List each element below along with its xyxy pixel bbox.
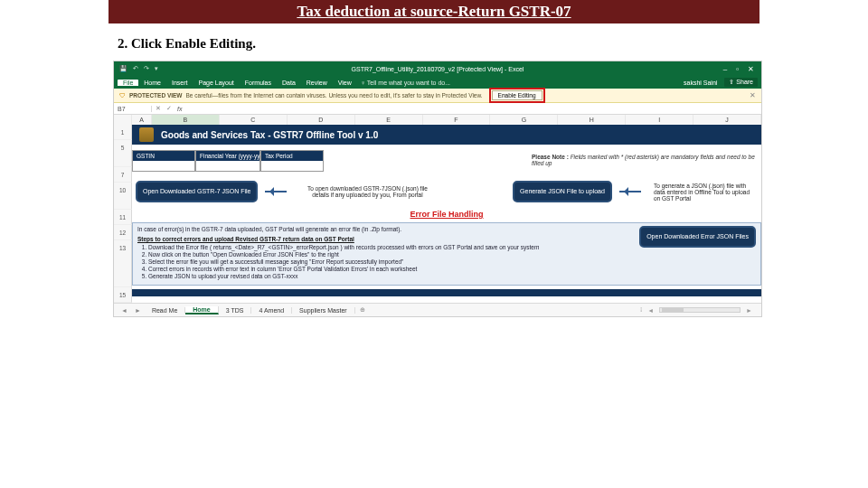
ribbon-tab-insert[interactable]: Insert [166,80,193,86]
col-g[interactable]: G [490,115,558,125]
ribbon-tab-formulas[interactable]: Formulas [240,80,277,86]
sheet-nav-next-icon[interactable]: ► [131,307,145,314]
sheet-tab-home[interactable]: Home [185,306,218,314]
protected-label: PROTECTED VIEW [129,92,183,99]
scroll-sep-icon: ⁞ [640,306,642,314]
steps-list: Download the Error file ( returns_<Date>… [148,244,634,279]
step-2: Now click on the button "Open Downloaded… [148,251,634,258]
slide-title: Tax deduction at source-Return GSTR-07 [108,0,760,23]
horizontal-scrollbar[interactable] [659,307,741,313]
col-d[interactable]: D [288,115,355,125]
fx-icon[interactable]: fx [177,106,182,112]
ribbon-tab-review[interactable]: Review [301,80,333,86]
ribbon-tab-view[interactable]: View [333,80,357,86]
instruction-text: 2. Click Enable Editing. [118,36,868,52]
user-name: sakshi Saini [684,80,717,86]
sheet-tab-3tds[interactable]: 3 TDS [219,307,252,314]
ribbon-tab-data[interactable]: Data [277,80,301,86]
sheet-content: Goods and Services Tax - GSTR7 Offline T… [132,125,761,303]
footer-stripe [132,289,761,296]
ribbon-tab-file[interactable]: File [118,80,138,86]
sheet-nav-prev-icon[interactable]: ◄ [118,307,131,314]
tool-title: Goods and Services Tax - GSTR7 Offline T… [161,130,378,140]
protected-close-icon[interactable]: ✕ [750,91,756,99]
excel-window: 💾 ↶ ↷ ▾ GSTR7_Offline_Utility_20180709_v… [113,61,762,317]
col-h[interactable]: H [558,115,626,125]
scroll-right-icon[interactable]: ► [746,307,752,314]
tool-banner: Goods and Services Tax - GSTR7 Offline T… [132,125,761,145]
tell-me-search[interactable]: ♀ Tell me what you want to do... [361,80,450,86]
col-b[interactable]: B [152,115,220,125]
enter-icon[interactable]: ✓ [166,105,172,112]
qat-redo-icon[interactable]: ↷ [144,65,149,72]
open-error-json-button[interactable]: Open Downloaded Error JSON Files [639,226,756,248]
gstin-field[interactable]: GSTIN [132,150,195,172]
tax-period-field[interactable]: Tax Period [260,150,324,172]
row-12[interactable]: 12 [114,225,132,240]
qat-more-icon[interactable]: ▾ [155,65,158,72]
window-close-icon[interactable]: ✕ [748,65,754,73]
excel-titlebar: 💾 ↶ ↷ ▾ GSTR7_Offline_Utility_20180709_v… [114,61,761,76]
fy-label: Financial Year (yyyy-yy) [196,151,259,161]
step-3: Select the error file you will get a suc… [148,258,634,265]
error-panel: In case of error(s) in the GSTR-7 data u… [132,222,761,286]
emblem-icon [139,127,154,142]
row-11[interactable]: 11 [114,210,132,225]
cancel-icon[interactable]: ✕ [156,105,161,112]
qat-undo-icon[interactable]: ↶ [133,65,138,72]
protected-view-bar: 🛡 PROTECTED VIEW Be careful—files from t… [114,89,761,103]
add-sheet-icon[interactable]: ⊕ [355,306,370,314]
col-j[interactable]: J [693,115,761,125]
column-headers: A B C D E F G H I J [114,115,761,125]
window-title: GSTR7_Offline_Utility_20180709_v2 [Prote… [114,66,761,72]
enable-editing-button[interactable]: Enable Editing [492,90,542,100]
open-json-button[interactable]: Open Downloaded GSTR-7 JSON File [136,181,258,202]
arrow-left2-icon [619,188,646,195]
select-all-cell[interactable] [114,115,132,125]
step-4: Correct errors in records with error tex… [148,266,634,272]
row-13[interactable]: 13 [114,240,132,287]
generate-json-button[interactable]: Generate JSON File to upload [513,181,612,202]
step-1: Download the Error file ( returns_<Date>… [148,244,634,250]
error-intro: In case of error(s) in the GSTR-7 data u… [137,226,634,232]
col-f[interactable]: F [423,115,491,125]
formula-bar: B7 ✕ ✓ fx [114,103,761,115]
row-15[interactable]: 15 [114,287,132,303]
ribbon-tabs: File Home Insert Page Layout Formulas Da… [114,76,761,89]
row-5[interactable]: 5 [114,140,132,167]
ribbon-tab-home[interactable]: Home [138,80,166,86]
ribbon-tab-pagelayout[interactable]: Page Layout [193,80,239,86]
col-i[interactable]: I [626,115,693,125]
sheet-tab-suppliers[interactable]: Suppliers Master [292,307,355,314]
row-10[interactable]: 10 [114,183,132,210]
protected-message: Be careful—files from the Internet can c… [186,92,483,99]
sheet-tab-readme[interactable]: Read Me [145,307,185,314]
gstin-label: GSTIN [133,151,194,161]
shield-icon: 🛡 [119,92,126,99]
scroll-left-icon[interactable]: ◄ [647,307,654,314]
sheet-tab-bar: ◄ ► Read Me Home 3 TDS 4 Amend Suppliers… [114,303,761,316]
generate-json-description: To generate a JSON (.json) file with dat… [654,183,758,202]
col-a[interactable]: A [132,115,152,125]
share-button[interactable]: ⇪ Share [724,78,758,87]
mandatory-note: Please Note : Fields marked with * (red … [526,150,761,172]
qat-save-icon[interactable]: 💾 [119,65,127,72]
row-1[interactable]: 1 [114,125,132,140]
steps-title: Steps to correct errors and upload Revis… [137,236,634,242]
open-json-description: To open downloaded GSTR-7JSON (.json) fi… [299,185,435,198]
row-7[interactable]: 7 [114,167,132,183]
window-min-icon[interactable]: – [723,65,727,73]
row-headers: 1 5 7 10 11 12 13 15 [114,125,132,303]
sheet-tab-4amend[interactable]: 4 Amend [251,307,292,314]
tp-label: Tax Period [261,151,323,161]
financial-year-field[interactable]: Financial Year (yyyy-yy) [195,150,260,172]
window-max-icon[interactable]: ▫ [736,65,739,73]
error-heading: Error File Handling [132,210,761,219]
col-e[interactable]: E [355,115,423,125]
step-5: Generate JSON to upload your revised dat… [148,273,634,279]
name-box[interactable]: B7 [114,106,152,112]
col-c[interactable]: C [220,115,288,125]
arrow-left-icon [265,188,292,195]
